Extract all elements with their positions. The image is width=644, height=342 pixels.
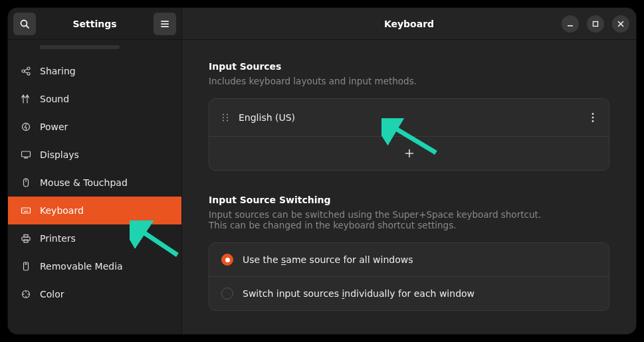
add-input-source-button[interactable]	[209, 137, 609, 170]
sidebar-item-displays[interactable]: Displays	[8, 141, 181, 169]
sidebar-item-mouse-touchpad[interactable]: Mouse & Touchpad	[8, 169, 181, 197]
sidebar-item-label: Sharing	[40, 66, 76, 76]
color-icon	[20, 288, 32, 300]
svg-point-21	[25, 209, 25, 210]
switching-option-label: Use the same source for all windows	[243, 254, 413, 265]
sidebar-item-label: Mouse & Touchpad	[40, 177, 128, 188]
more-vertical-icon	[591, 112, 594, 123]
drag-handle-icon[interactable]	[221, 113, 229, 122]
svg-point-10	[27, 67, 30, 70]
svg-point-41	[592, 117, 594, 119]
switching-option-per-window[interactable]: Switch input sources individually for ea…	[209, 277, 609, 310]
input-switching-title: Input Source Switching	[209, 195, 609, 205]
svg-rect-16	[24, 157, 28, 159]
sidebar-item-label: Displays	[40, 149, 79, 160]
printer-icon	[20, 232, 32, 244]
svg-rect-25	[24, 235, 28, 238]
sidebar-item-label: Power	[40, 122, 68, 132]
input-source-row[interactable]: English (US)	[209, 99, 609, 137]
titlebar: Settings Keyboard	[8, 8, 636, 40]
svg-point-9	[22, 70, 25, 72]
switching-option-same-source[interactable]: Use the same source for all windows	[209, 243, 609, 277]
close-icon	[617, 21, 624, 27]
sidebar-item-keyboard[interactable]: Keyboard	[8, 197, 181, 224]
svg-point-38	[223, 120, 224, 121]
sidebar-item-power[interactable]: Power	[8, 113, 181, 141]
svg-point-20	[23, 209, 23, 210]
svg-rect-19	[22, 208, 31, 213]
radio-icon	[221, 288, 233, 299]
input-source-more-button[interactable]	[589, 110, 597, 126]
radio-icon	[221, 254, 233, 266]
svg-point-31	[28, 294, 29, 295]
sidebar: Sharing Sound Power Displays Mouse & Tou…	[8, 40, 182, 334]
search-button[interactable]	[13, 13, 36, 35]
close-button[interactable]	[612, 15, 629, 33]
sidebar-item-label: Printers	[40, 233, 76, 244]
content-area: Input Sources Includes keyboard layouts …	[182, 40, 636, 334]
svg-point-42	[592, 120, 594, 122]
svg-line-1	[27, 25, 29, 28]
svg-point-11	[27, 72, 30, 75]
titlebar-left: Settings	[8, 8, 182, 39]
svg-rect-5	[568, 25, 573, 27]
svg-rect-15	[22, 151, 31, 157]
svg-rect-3	[161, 23, 169, 25]
svg-point-36	[223, 117, 224, 118]
media-icon	[20, 260, 32, 272]
mouse-icon	[20, 177, 32, 189]
svg-point-22	[27, 209, 27, 210]
maximize-button[interactable]	[587, 15, 604, 33]
svg-point-30	[25, 292, 27, 293]
svg-line-12	[25, 69, 28, 70]
svg-point-39	[227, 120, 228, 121]
svg-rect-28	[25, 264, 27, 265]
window-body: Sharing Sound Power Displays Mouse & Tou…	[8, 40, 636, 334]
displays-icon	[20, 149, 32, 161]
hamburger-icon	[160, 19, 170, 29]
sidebar-item-label: Keyboard	[40, 205, 84, 216]
plus-icon	[405, 149, 414, 158]
input-switching-card: Use the same source for all windows Swit…	[209, 242, 609, 311]
keyboard-icon	[20, 205, 32, 216]
minimize-button[interactable]	[562, 15, 579, 33]
maximize-icon	[592, 21, 599, 27]
sidebar-item-label	[40, 45, 120, 49]
svg-rect-6	[593, 21, 598, 26]
sidebar-item-partial[interactable]	[8, 41, 181, 57]
svg-rect-2	[161, 21, 169, 22]
placeholder-icon	[20, 41, 32, 53]
svg-point-34	[223, 114, 224, 115]
window-controls	[562, 15, 629, 33]
sidebar-item-sharing[interactable]: Sharing	[8, 57, 181, 85]
hamburger-menu-button[interactable]	[154, 13, 176, 35]
input-source-label: English (US)	[239, 112, 295, 123]
sound-icon	[20, 93, 32, 105]
svg-rect-4	[161, 26, 169, 27]
sidebar-item-removable-media[interactable]: Removable Media	[8, 252, 181, 280]
sidebar-item-printers[interactable]: Printers	[8, 224, 181, 252]
sidebar-item-color[interactable]: Color	[8, 280, 181, 308]
input-sources-title: Input Sources	[209, 61, 609, 72]
minimize-icon	[567, 21, 574, 27]
input-switching-subtitle: Input sources can be switched using the …	[209, 209, 609, 230]
share-icon	[20, 65, 32, 77]
sidebar-item-label: Sound	[40, 94, 69, 104]
input-sources-card: English (US)	[209, 98, 609, 171]
svg-point-32	[25, 296, 27, 298]
svg-point-33	[23, 294, 25, 295]
search-icon	[19, 19, 30, 29]
switching-option-label: Switch input sources individually for ea…	[243, 288, 475, 299]
svg-point-37	[227, 117, 228, 118]
power-icon	[20, 121, 32, 133]
svg-rect-23	[24, 211, 28, 212]
sidebar-item-sound[interactable]: Sound	[8, 85, 181, 113]
page-title: Keyboard	[384, 19, 434, 29]
sidebar-item-label: Removable Media	[40, 261, 123, 272]
svg-point-40	[592, 113, 594, 115]
svg-line-13	[25, 72, 28, 73]
app-title: Settings	[39, 19, 151, 29]
settings-window: Settings Keyboard	[8, 8, 636, 334]
input-sources-subtitle: Includes keyboard layouts and input meth…	[209, 76, 609, 86]
titlebar-right: Keyboard	[182, 8, 636, 39]
